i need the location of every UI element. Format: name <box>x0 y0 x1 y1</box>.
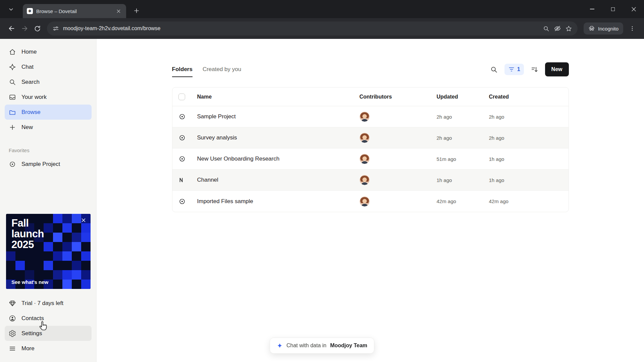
column-header-contributors[interactable]: Contributors <box>355 94 435 100</box>
sparkle-icon <box>277 343 283 349</box>
new-tab-button[interactable] <box>131 6 142 16</box>
sidebar-item-label: Browse <box>21 109 41 116</box>
filter-icon <box>508 66 515 73</box>
target-icon <box>9 161 16 168</box>
updated-cell: 2h ago <box>435 114 484 120</box>
close-button[interactable] <box>623 0 644 18</box>
select-all-checkbox[interactable] <box>178 94 185 100</box>
updated-cell: 42m ago <box>435 198 484 204</box>
browser-titlebar: ❖ Browse – Dovetail <box>0 0 644 18</box>
sidebar-item-more[interactable]: More <box>5 341 92 356</box>
table-row[interactable]: Imported Files sample 42m ago 42m ago <box>172 191 569 212</box>
address-bar[interactable]: moodjoy-team-2h2v.dovetail.com/browse <box>47 21 578 36</box>
main-content: Folders Created by you 1 New <box>97 39 644 362</box>
sparkle-icon <box>9 63 16 71</box>
sidebar: Home Chat Search Your work Browse New Fa… <box>0 39 97 362</box>
sidebar-item-label: Settings <box>21 330 42 337</box>
sidebar-item-search[interactable]: Search <box>5 74 92 89</box>
created-cell: 2h ago <box>484 135 569 141</box>
sidebar-item-home[interactable]: Home <box>5 44 92 59</box>
created-cell: 42m ago <box>484 198 569 204</box>
gear-icon <box>9 330 16 337</box>
sort-icon <box>531 66 538 73</box>
created-cell: 2h ago <box>484 114 569 120</box>
sidebar-item-new[interactable]: New <box>5 120 92 135</box>
created-cell: 1h ago <box>484 177 569 183</box>
person-icon <box>9 315 16 322</box>
created-cell: 1h ago <box>484 156 569 162</box>
chat-with-data-pill[interactable]: Chat with data in Moodjoy Team <box>270 338 374 354</box>
avatar[interactable] <box>360 112 370 122</box>
incognito-badge: Incognito <box>584 22 623 35</box>
inbox-icon <box>9 94 16 101</box>
filter-count-badge: 1 <box>517 66 520 72</box>
sidebar-item-label: Your work <box>21 94 47 101</box>
sidebar-item-browse[interactable]: Browse <box>5 105 92 120</box>
forward-button[interactable] <box>18 22 31 35</box>
avatar[interactable] <box>360 196 370 206</box>
browser-toolbar: moodjoy-team-2h2v.dovetail.com/browse In… <box>0 18 644 39</box>
dovetail-favicon: ❖ <box>27 8 33 14</box>
reload-button[interactable] <box>31 22 44 35</box>
hamburger-icon <box>9 345 16 352</box>
filter-button[interactable]: 1 <box>504 64 524 75</box>
avatar[interactable] <box>360 133 370 143</box>
sidebar-item-contacts[interactable]: Contacts <box>5 311 92 326</box>
avatar[interactable] <box>360 154 370 164</box>
minimize-button[interactable] <box>582 0 602 18</box>
gem-icon <box>9 300 16 307</box>
sidebar-item-label: Search <box>21 79 40 85</box>
sort-button[interactable] <box>531 66 538 73</box>
table-row[interactable]: New User Onboarding Research 51m ago 1h … <box>172 148 569 170</box>
favorites-heading: Favorites <box>9 147 88 153</box>
sidebar-item-label: Home <box>21 49 37 55</box>
sidebar-item-your-work[interactable]: Your work <box>5 89 92 105</box>
folders-table: Name Contributors Updated Created Sample… <box>172 87 569 212</box>
folder-name[interactable]: Sample Project <box>196 113 355 120</box>
search-icon[interactable] <box>490 66 498 73</box>
sidebar-item-trial[interactable]: Trial · 7 days left <box>5 296 92 311</box>
folder-name[interactable]: New User Onboarding Research <box>196 156 355 162</box>
table-row[interactable]: Sample Project 2h ago 2h ago <box>172 106 569 127</box>
tab-search-chevron-icon[interactable] <box>6 5 16 14</box>
sidebar-item-chat[interactable]: Chat <box>5 59 92 74</box>
sidebar-favorite-sample-project[interactable]: Sample Project <box>5 157 92 172</box>
sidebar-item-label: Trial · 7 days left <box>21 300 63 307</box>
sidebar-item-settings[interactable]: Settings <box>5 326 92 341</box>
eye-off-icon[interactable] <box>554 25 561 32</box>
back-button[interactable] <box>5 22 18 35</box>
zoom-icon[interactable] <box>543 25 550 32</box>
contributor-cell <box>355 196 435 206</box>
window-controls <box>582 0 644 18</box>
sidebar-item-label: Contacts <box>21 315 44 322</box>
site-settings-icon[interactable] <box>52 25 59 32</box>
tab-close-icon[interactable] <box>115 7 122 15</box>
column-header-created[interactable]: Created <box>484 94 569 100</box>
contributor-cell <box>355 133 435 143</box>
channel-icon <box>178 176 196 184</box>
promo-see-whats-new-link[interactable]: See what's new <box>11 279 48 285</box>
browser-tab[interactable]: ❖ Browse – Dovetail <box>23 4 126 18</box>
promo-close-icon[interactable] <box>80 217 87 224</box>
plus-icon <box>9 124 16 131</box>
url-text: moodjoy-team-2h2v.dovetail.com/browse <box>63 25 161 32</box>
browser-menu-icon[interactable] <box>626 22 639 35</box>
contributor-cell <box>355 154 435 164</box>
folder-name[interactable]: Channel <box>196 177 355 183</box>
chat-pill-text: Chat with data in <box>286 343 326 349</box>
table-row[interactable]: Survey analysis 2h ago 2h ago <box>172 127 569 148</box>
table-row[interactable]: Channel 1h ago 1h ago <box>172 170 569 191</box>
avatar[interactable] <box>360 175 370 185</box>
target-icon <box>178 198 196 205</box>
folder-name[interactable]: Imported Files sample <box>196 198 355 205</box>
new-folder-button[interactable]: New <box>545 62 569 76</box>
column-header-updated[interactable]: Updated <box>435 94 484 100</box>
promo-card[interactable]: Fall launch 2025 See what's new <box>6 214 91 289</box>
folder-name[interactable]: Survey analysis <box>196 134 355 141</box>
target-icon <box>178 155 196 163</box>
bookmark-star-icon[interactable] <box>565 25 572 32</box>
tab-folders[interactable]: Folders <box>172 66 193 73</box>
column-header-name[interactable]: Name <box>196 94 355 100</box>
tab-created-by-you[interactable]: Created by you <box>203 66 241 73</box>
maximize-button[interactable] <box>602 0 623 18</box>
